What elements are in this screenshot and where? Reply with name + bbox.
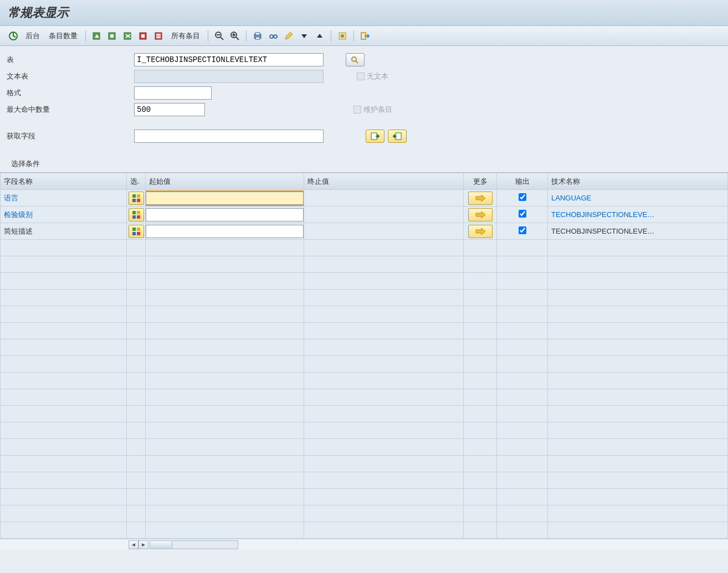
empty-cell xyxy=(127,339,146,356)
svg-line-28 xyxy=(356,61,358,63)
empty-cell xyxy=(127,439,146,456)
svg-point-21 xyxy=(270,35,273,38)
tech-name-cell[interactable]: TECHOBJINSPECTIONLEVE… xyxy=(548,207,728,223)
toolbar-separator xyxy=(331,30,331,42)
empty-cell xyxy=(304,256,464,273)
field-name-cell[interactable]: 语言 xyxy=(1,190,127,207)
empty-cell xyxy=(497,323,548,339)
empty-cell xyxy=(497,456,548,472)
tool-icon-2[interactable] xyxy=(106,29,119,43)
output-cell xyxy=(497,190,548,207)
empty-cell xyxy=(464,256,497,273)
from-value-input[interactable] xyxy=(146,208,304,221)
print-icon[interactable] xyxy=(251,29,264,43)
svg-rect-35 xyxy=(132,211,136,214)
empty-cell xyxy=(146,456,304,472)
scroll-track[interactable] xyxy=(150,540,238,549)
tech-name-cell[interactable]: LANGUAGE xyxy=(548,190,728,207)
dropdown-down-icon[interactable] xyxy=(298,29,311,43)
zoom-in-icon[interactable] xyxy=(228,29,242,43)
execute-icon[interactable] xyxy=(7,29,20,43)
pencil-icon[interactable] xyxy=(282,29,295,43)
format-input[interactable] xyxy=(134,86,212,100)
svg-rect-40 xyxy=(137,228,140,231)
field-name-cell: 简短描述 xyxy=(1,223,127,240)
selection-option-cell xyxy=(127,223,146,240)
max-hits-input[interactable] xyxy=(134,103,205,116)
empty-cell xyxy=(497,489,548,505)
empty-cell xyxy=(127,406,146,422)
empty-cell xyxy=(304,273,464,290)
table-input[interactable] xyxy=(134,53,324,66)
empty-cell xyxy=(464,306,497,323)
from-value-input[interactable] xyxy=(146,225,304,238)
empty-cell xyxy=(1,422,127,439)
all-entries-icon[interactable] xyxy=(152,29,166,43)
import-fields-button[interactable] xyxy=(366,130,384,143)
selection-option-button[interactable] xyxy=(129,192,144,205)
empty-cell xyxy=(464,489,497,505)
empty-cell xyxy=(548,489,728,505)
field-name-cell[interactable]: 检验级别 xyxy=(1,207,127,223)
tool-icon-1[interactable] xyxy=(90,29,104,43)
background-button[interactable]: 后台 xyxy=(22,31,43,41)
svg-rect-41 xyxy=(132,232,136,235)
empty-cell xyxy=(146,273,304,290)
output-checkbox[interactable] xyxy=(519,193,526,201)
empty-cell xyxy=(1,306,127,323)
svg-rect-37 xyxy=(132,215,136,219)
entry-count-button[interactable]: 条目数量 xyxy=(45,31,81,41)
no-text-checkbox: 无文本 xyxy=(357,71,388,81)
all-entries-button[interactable]: 所有条目 xyxy=(168,31,203,41)
svg-rect-39 xyxy=(132,228,136,231)
empty-cell xyxy=(146,339,304,356)
export-fields-button[interactable] xyxy=(388,130,407,143)
scroll-right-icon[interactable]: ► xyxy=(139,540,148,549)
dropdown-up-icon[interactable] xyxy=(313,29,326,43)
empty-cell xyxy=(497,406,548,422)
empty-cell xyxy=(127,472,146,489)
empty-cell xyxy=(1,290,127,306)
svg-point-25 xyxy=(341,34,344,38)
more-options-button[interactable] xyxy=(468,225,493,238)
scroll-left-icon[interactable]: ◄ xyxy=(129,540,139,549)
tool-icon-4[interactable] xyxy=(137,29,150,43)
empty-cell xyxy=(1,439,127,456)
table-find-button[interactable] xyxy=(346,53,365,66)
settings-icon[interactable] xyxy=(336,29,349,43)
to-value-cell[interactable] xyxy=(304,207,464,223)
to-value-cell[interactable] xyxy=(304,190,464,207)
empty-cell xyxy=(127,290,146,306)
more-options-button[interactable] xyxy=(468,208,493,221)
empty-cell xyxy=(497,522,548,539)
empty-cell xyxy=(304,323,464,339)
selection-option-button[interactable] xyxy=(129,208,144,221)
glasses-icon[interactable] xyxy=(266,29,280,43)
to-value-cell[interactable] xyxy=(304,223,464,240)
output-checkbox[interactable] xyxy=(519,226,526,234)
output-checkbox[interactable] xyxy=(519,210,526,218)
svg-rect-38 xyxy=(137,215,140,219)
empty-cell xyxy=(497,373,548,389)
toolbar-separator xyxy=(208,30,208,42)
empty-cell xyxy=(1,489,127,505)
scroll-thumb[interactable] xyxy=(150,541,172,549)
empty-cell xyxy=(304,505,464,522)
zoom-out-icon[interactable] xyxy=(213,29,226,43)
tool-icon-3[interactable] xyxy=(121,29,135,43)
selection-option-button[interactable] xyxy=(129,225,144,238)
get-fields-input[interactable] xyxy=(134,130,324,143)
horizontal-scrollbar[interactable]: ◄ ► xyxy=(0,539,728,550)
maintain-entries-label: 维护条目 xyxy=(363,105,392,115)
empty-cell xyxy=(464,373,497,389)
exit-icon[interactable] xyxy=(358,29,372,43)
empty-cell xyxy=(304,522,464,539)
more-options-button[interactable] xyxy=(468,192,493,205)
empty-cell xyxy=(146,439,304,456)
svg-point-27 xyxy=(352,57,356,61)
more-cell xyxy=(464,223,497,240)
from-value-input[interactable] xyxy=(146,192,304,205)
title-bar: 常规表显示 xyxy=(0,0,728,26)
empty-cell xyxy=(127,256,146,273)
table-row-empty xyxy=(1,306,728,323)
